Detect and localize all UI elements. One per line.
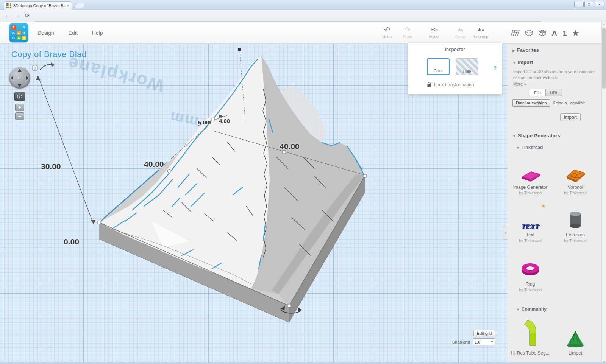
adjust-icon: ✂ [430,26,436,34]
import-button[interactable]: Import [560,113,581,121]
group-icon [450,26,471,34]
group-button[interactable]: Group [450,26,471,39]
tab-title: 3D design Copy of Brave Bla [13,3,65,8]
menu-design[interactable]: Design [37,30,54,36]
lock-icon [427,82,431,87]
shape-generators-header[interactable]: ▼Shape Generators [512,133,560,138]
rotate-up-arrow[interactable] [18,69,22,72]
chevron-right-icon: ▶ [512,49,515,53]
ruler-helper-icon[interactable] [525,30,533,36]
view-rotate-gizmo[interactable]: ⌂ [9,67,30,89]
chevron-down-icon: ▼ [490,340,494,344]
text-shape-icon: TEXT [521,223,539,230]
cube-icon [17,94,22,99]
import-description: Import 2D or 3D shapes from your compute… [513,68,596,81]
inspector-panel: Inspector Color Hole ? Lock transformati… [408,43,502,95]
chevron-down-icon: ▼ [516,146,520,150]
more-link[interactable]: More » [513,82,526,86]
redo-icon: ↷ [397,26,418,34]
reload-button[interactable]: ⟳ [23,12,32,19]
favorites-star-icon[interactable]: ★ [572,30,579,37]
scrollbar-thumb[interactable] [602,28,606,89]
ungroup-icon [471,26,491,34]
menu-edit[interactable]: Edit [69,30,78,36]
window-close-button[interactable]: × [595,2,604,7]
window-minimize-button[interactable]: ─ [574,2,584,7]
chevron-down-icon: ▼ [516,308,520,311]
help-icon[interactable]: ? [32,65,38,71]
dim-small-a-label[interactable]: 5.00 [198,119,209,126]
browser-titlebar: 3D design Copy of Brave Bla × ─ □ × [0,0,606,10]
shape-image-generator[interactable]: Image Generator by Tinkercad [509,158,551,195]
ungroup-button[interactable]: Ungroup [471,26,491,39]
new-tab-button[interactable] [74,3,86,8]
image-generator-icon [509,158,551,183]
shape-extrusion[interactable]: Extrusion by Tinkercad [553,205,597,243]
tinkercad-subheader[interactable]: ▼Tinkercad [516,145,543,150]
ortho-view-icon[interactable] [539,30,546,36]
rotate-right-arrow[interactable] [26,76,29,80]
chevron-down-icon: ▼ [512,134,516,138]
shape-hires-tube[interactable]: Hi-Res Tube Seg... [509,317,551,356]
favorite-star-badge[interactable]: ★ [541,203,546,209]
import-file-tab[interactable]: File [529,89,546,96]
community-subheader[interactable]: ▼Community [516,306,547,312]
extrusion-icon [553,205,597,230]
dim-height-label[interactable]: 30.00 [41,162,61,171]
import-section-header[interactable]: ▼Import [512,59,533,65]
inspector-title: Inspector [408,47,502,52]
ring-icon [509,255,551,280]
number-helper-icon[interactable]: 1 [563,30,567,37]
tab-close-icon[interactable]: × [67,3,69,8]
chevron-down-icon: ▼ [512,61,516,65]
color-swatch-button[interactable]: Color [427,58,450,75]
inspector-help-icon[interactable]: ? [493,65,497,71]
file-status-text: Keine a...gewählt [553,101,584,105]
dim-small-b-label[interactable]: 4.00 [219,118,230,124]
shape-text[interactable]: ★ TEXT Text by Tinkercad [509,205,551,243]
edit-grid-button[interactable]: Edit grid [473,330,495,336]
window-frame-bottom [0,362,606,364]
shapes-sidebar: ▶Favorites ▼Import Import 2D or 3D shape… [508,44,601,364]
snap-grid-label: Snap grid [452,340,470,344]
favorites-section-header[interactable]: ▶Favorites [512,47,539,53]
tinkercad-header: TIN KER CAD Design Edit Help ↶ Undo ↷ Re… [0,22,606,44]
tinkercad-logo[interactable]: TIN KER CAD [9,23,28,42]
forward-button[interactable]: → [13,11,22,19]
dim-width-left-label[interactable]: 40.00 [144,160,164,169]
page-scrollbar[interactable]: ▲ ▼ [601,22,606,364]
shape-voronoi[interactable]: Voronoi by Tinkercad [553,158,597,195]
menu-help[interactable]: Help [92,30,103,36]
adjust-button[interactable]: ✂▼ Adjust [424,26,444,39]
dim-width-right-label[interactable]: 40.00 [280,142,300,151]
zoom-out-button[interactable]: − [15,112,24,120]
back-button[interactable]: ← [3,11,12,19]
tinkercad-favicon [6,3,11,8]
rotate-down-arrow[interactable] [18,84,22,87]
tube-segment-icon [509,317,551,348]
window-maximize-button[interactable]: □ [584,2,594,7]
text-helper-icon[interactable]: A [552,30,557,37]
voronoi-icon [553,158,597,183]
scroll-up-arrow[interactable]: ▲ [602,23,606,26]
shape-ring[interactable]: Ring by Tinkercad [509,255,551,292]
browser-window: 3D design Copy of Brave Bla × ─ □ × ← → … [0,0,606,364]
browser-tab[interactable]: 3D design Copy of Brave Bla × [4,1,72,10]
rotate-left-arrow[interactable] [11,76,13,80]
zoom-in-button[interactable]: + [15,104,24,111]
workplane-helper-icon[interactable] [511,30,520,36]
undo-icon: ↶ [377,26,397,34]
import-url-tab[interactable]: URL [546,89,562,96]
hole-swatch-button[interactable]: Hole [456,58,478,75]
shape-limpet[interactable]: Limpet [553,317,597,356]
chevron-down-icon: ▼ [436,28,439,32]
limpet-icon [553,317,597,348]
choose-file-button[interactable]: Datei auswählen [512,99,550,107]
view-cube-button[interactable] [14,92,25,101]
undo-button[interactable]: ↶ Undo [377,26,397,39]
browser-navbar: ← → ⟳ https://www.tinkercad.com /things/… [0,10,606,22]
redo-button[interactable]: ↷ Redo [397,26,418,39]
dim-zero-label[interactable]: 0.00 [64,237,79,246]
lock-transformation-toggle[interactable]: Lock transformation [427,82,474,87]
snap-grid-select[interactable]: 1.0 ▼ [473,338,495,345]
